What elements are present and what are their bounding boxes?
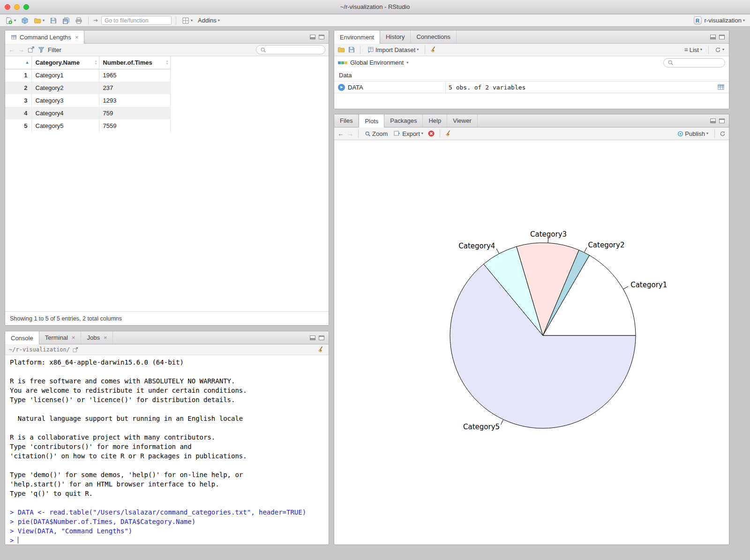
pane-window-buttons — [310, 30, 329, 43]
filter-icon[interactable] — [38, 46, 45, 53]
table-row: 5 Category5 7559 — [5, 119, 170, 132]
data-viewer-tabbar: Command Lengths × — [5, 30, 329, 44]
chevron-down-icon: ▾ — [218, 19, 220, 22]
maximize-pane-icon[interactable] — [719, 119, 725, 123]
tab-history[interactable]: History — [380, 30, 411, 43]
tab-environment[interactable]: Environment — [334, 30, 380, 44]
maximize-pane-icon[interactable] — [319, 35, 324, 39]
print-icon — [75, 17, 82, 24]
close-window-button[interactable] — [5, 4, 10, 10]
tab-terminal[interactable]: Terminal × — [39, 331, 82, 344]
close-icon[interactable]: × — [72, 334, 75, 341]
print-button[interactable] — [74, 16, 84, 25]
console-line: > View(DATA, "Command Lengths") — [10, 526, 324, 536]
console-line: You are welcome to redistribute it under… — [10, 386, 324, 395]
save-all-button[interactable] — [61, 16, 71, 25]
publish-button[interactable]: Publish ▾ — [676, 130, 710, 138]
refresh-icon — [715, 47, 721, 53]
next-plot-icon[interactable]: → — [347, 130, 353, 137]
panes-layout-button[interactable]: ▾ — [180, 16, 194, 25]
addins-button[interactable]: Addins ▾ — [196, 16, 221, 24]
clear-console-icon[interactable] — [317, 346, 325, 353]
console-output[interactable]: Platform: x86_64-apple-darwin15.6.0 (64-… — [5, 356, 329, 545]
project-name: r-visualization — [705, 17, 742, 24]
goto-file-input[interactable] — [101, 16, 172, 25]
environment-search-box[interactable] — [663, 58, 725, 67]
table-row: 3 Category3 1293 — [5, 94, 170, 107]
tab-connections[interactable]: Connections — [411, 30, 456, 43]
window-title: ~/r-visualization - RStudio — [340, 3, 410, 10]
object-summary: 5 obs. of 2 variables — [445, 82, 717, 93]
pie-label-line — [584, 247, 586, 253]
close-icon[interactable]: × — [104, 334, 107, 341]
zoom-window-button[interactable] — [23, 4, 29, 10]
import-dataset-button[interactable]: Import Dataset ▾ — [365, 45, 420, 54]
previous-plot-icon[interactable]: ← — [338, 130, 344, 137]
save-workspace-icon[interactable] — [348, 46, 355, 53]
tab-plots[interactable]: Plots — [359, 114, 384, 127]
console-line: R is a collaborative project with many c… — [10, 433, 324, 442]
console-line: Natural language support but running in … — [10, 414, 324, 423]
maximize-pane-icon[interactable] — [319, 336, 324, 340]
scope-label[interactable]: Global Environment — [350, 59, 404, 66]
object-name: DATA — [348, 84, 363, 91]
forward-icon[interactable]: → — [18, 46, 24, 53]
maximize-pane-icon[interactable] — [719, 35, 725, 39]
open-file-button[interactable]: ▾ — [32, 16, 46, 25]
load-workspace-icon[interactable] — [338, 46, 345, 53]
save-button[interactable] — [48, 16, 59, 25]
minimize-pane-icon[interactable] — [310, 35, 315, 39]
minimize-pane-icon[interactable] — [310, 336, 315, 340]
clear-environment-icon[interactable] — [430, 46, 437, 53]
filter-label[interactable]: Filter — [48, 46, 61, 53]
chevron-down-icon: ▾ — [191, 19, 193, 22]
export-plot-button[interactable]: Export ▾ — [392, 129, 425, 138]
column-header-category-name[interactable]: Category.Name ▲▼ — [31, 56, 99, 69]
r-project-icon: R — [694, 16, 702, 24]
row-number-header[interactable]: ▲ — [5, 56, 31, 69]
number-of-times-cell: 7559 — [99, 119, 170, 132]
category-name-cell: Category3 — [31, 94, 99, 107]
expand-object-icon[interactable]: ▶ — [338, 84, 345, 91]
data-table: ▲ Category.Name ▲▼ Number.of.Times ▲▼ 1 … — [5, 56, 171, 132]
tab-viewer[interactable]: Viewer — [447, 114, 478, 127]
new-file-button[interactable]: ▾ — [4, 16, 17, 25]
tab-help[interactable]: Help — [423, 114, 447, 127]
environment-object-row[interactable]: ▶ DATA 5 obs. of 2 variables — [334, 81, 729, 93]
remove-plot-icon[interactable] — [428, 130, 435, 137]
tab-packages[interactable]: Packages — [384, 114, 423, 127]
environment-toolbar: Import Dataset ▾ ≡ List ▾ ▾ — [334, 44, 729, 56]
chevron-down-icon: ▾ — [406, 61, 408, 65]
goto-directory-icon[interactable] — [72, 347, 78, 353]
pie-label-category4: Category4 — [458, 242, 495, 250]
panes-grid-icon — [182, 17, 189, 24]
minimize-pane-icon[interactable] — [710, 35, 716, 39]
tab-console[interactable]: Console — [5, 331, 39, 344]
console-path-bar: ~/r-visualization/ — [5, 344, 329, 355]
sort-ascending-icon: ▲ — [25, 60, 30, 65]
close-icon[interactable]: × — [75, 34, 79, 41]
project-menu-button[interactable]: R r-visualization ▾ — [692, 16, 747, 25]
toolbar-separator — [88, 16, 89, 25]
save-all-icon — [62, 17, 70, 24]
table-row: 1 Category1 1965 — [5, 69, 170, 82]
project-cube-icon — [21, 17, 29, 24]
tab-jobs[interactable]: Jobs × — [81, 331, 113, 344]
table-search-box[interactable] — [256, 45, 325, 54]
zoom-plot-button[interactable]: Zoom — [363, 130, 389, 138]
refresh-environment-button[interactable]: ▾ — [713, 46, 726, 53]
minimize-window-button[interactable] — [14, 4, 20, 10]
column-header-number-of-times[interactable]: Number.of.Times ▲▼ — [99, 56, 170, 69]
back-icon[interactable]: ← — [8, 46, 15, 53]
minimize-pane-icon[interactable] — [710, 119, 716, 123]
tab-files[interactable]: Files — [334, 114, 359, 127]
list-view-button[interactable]: ≡ List ▾ — [683, 45, 704, 54]
table-icon — [11, 34, 17, 40]
new-project-button[interactable] — [20, 16, 30, 25]
row-number-cell: 2 — [5, 82, 31, 94]
view-data-icon[interactable] — [717, 83, 725, 91]
open-in-new-window-icon[interactable] — [27, 46, 35, 53]
refresh-plot-icon[interactable] — [720, 131, 726, 137]
tab-command-lengths[interactable]: Command Lengths × — [5, 30, 84, 44]
clear-all-plots-icon[interactable] — [445, 130, 452, 137]
